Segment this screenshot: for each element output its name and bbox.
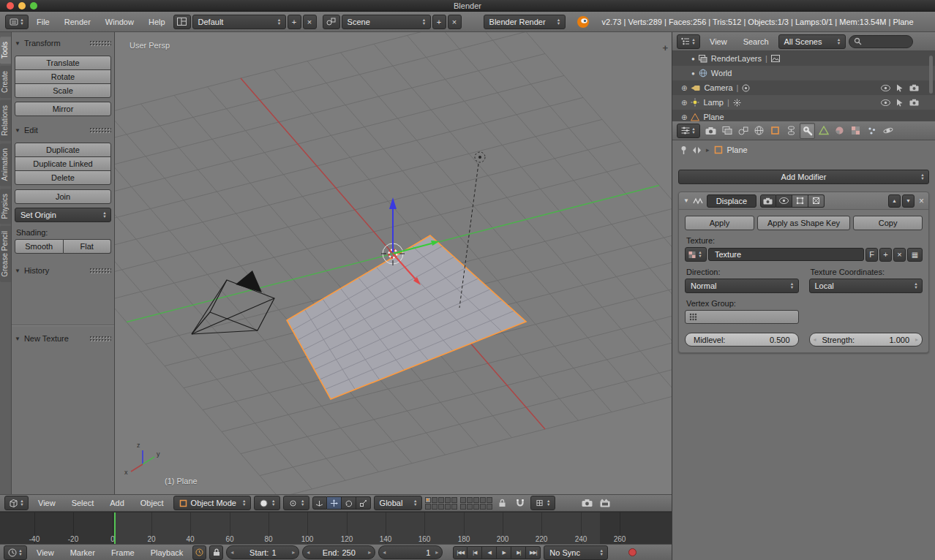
tab-material[interactable] (832, 123, 847, 139)
selectability-pointer-icon[interactable] (896, 99, 904, 107)
viewport-visibility-toggle[interactable] (776, 194, 792, 208)
add-modifier-menu[interactable]: Add Modifier (678, 170, 929, 184)
pivot-point-selector[interactable] (283, 496, 309, 510)
opengl-render-still-button[interactable] (580, 496, 595, 510)
visibility-eye-icon[interactable] (881, 99, 890, 106)
timeline[interactable]: -40 -20 0 20 40 60 80 100 120 140 160 18… (0, 512, 672, 544)
screen-layout-selector[interactable]: Default (192, 15, 286, 29)
increment-icon[interactable]: ▸ (915, 336, 918, 343)
layer-18[interactable] (473, 504, 479, 510)
layer-5[interactable] (451, 497, 457, 503)
duplicate-linked-button[interactable]: Duplicate Linked (15, 156, 111, 171)
unlink-texture-button[interactable]: × (893, 248, 906, 262)
editor-type-selector[interactable] (677, 34, 700, 49)
rotate-manipulator-toggle[interactable] (342, 496, 356, 510)
expand-icon[interactable]: ⊕ (681, 99, 687, 107)
layer-19[interactable] (480, 504, 486, 510)
pin-icon[interactable] (680, 145, 688, 155)
tab-world[interactable] (751, 123, 767, 139)
menu-file[interactable]: File (30, 15, 56, 29)
visibility-eye-icon[interactable] (881, 85, 890, 91)
viewport-shading-selector[interactable] (254, 496, 280, 510)
midlevel-slider[interactable]: Midlevel: 0.500 (685, 333, 799, 347)
snap-toggle[interactable] (513, 496, 527, 510)
tab-relations[interactable]: Relations (0, 100, 11, 141)
layer-17[interactable] (467, 504, 473, 510)
outliner-scrollbar[interactable] (929, 56, 933, 94)
increment-icon[interactable]: ▸ (368, 549, 371, 556)
render-engine-selector[interactable]: Blender Render (484, 15, 566, 29)
tab-constraints[interactable] (784, 123, 799, 139)
menu-view[interactable]: View (703, 34, 734, 49)
menu-render[interactable]: Render (58, 15, 97, 29)
editor-type-selector[interactable] (677, 124, 700, 138)
outliner-row-renderlayers[interactable]: ● RenderLayers | (672, 51, 935, 66)
layer-15[interactable] (451, 504, 457, 510)
editor-type-selector[interactable] (4, 496, 29, 510)
fake-user-button[interactable]: F (865, 248, 878, 262)
decrement-icon[interactable]: ◂ (383, 549, 386, 556)
use-preview-range-toggle[interactable] (192, 545, 206, 560)
layer-11[interactable] (425, 504, 431, 510)
new-texture-button[interactable]: + (879, 248, 892, 262)
breadcrumb-object-name[interactable]: Plane (727, 145, 748, 154)
tab-particles[interactable] (864, 123, 879, 139)
snap-element-selector[interactable] (530, 496, 555, 510)
jump-to-start-button[interactable]: |◀◀ (453, 546, 468, 559)
scene-selector[interactable]: Scene (342, 15, 431, 29)
tab-physics[interactable] (880, 123, 895, 139)
menu-view[interactable]: View (31, 496, 62, 510)
translate-manipulator-toggle[interactable] (327, 496, 342, 510)
smooth-button[interactable]: Smooth (15, 239, 64, 254)
previous-keyframe-button[interactable]: |◀ (468, 546, 482, 559)
layer-2[interactable] (432, 497, 438, 503)
texture-coordinates-menu[interactable]: Local (809, 279, 923, 293)
outliner-display-selector[interactable]: All Scenes (778, 34, 846, 49)
mode-selector[interactable]: Object Mode (173, 496, 251, 510)
current-frame-playhead[interactable] (114, 512, 116, 544)
viewport-canvas[interactable] (115, 32, 672, 494)
navigate-arrows-icon[interactable] (692, 146, 702, 154)
region-expand-icon[interactable]: + (662, 42, 668, 53)
show-texture-tab-button[interactable]: ▦ (907, 248, 923, 262)
renderability-camera-icon[interactable] (909, 84, 919, 91)
outliner-row-plane[interactable]: ⊕ Plane (672, 110, 935, 121)
close-scene-button[interactable]: × (448, 15, 462, 29)
menu-playback[interactable]: Playback (144, 545, 190, 560)
expand-icon[interactable]: ⊕ (681, 113, 687, 121)
sync-mode-selector[interactable]: No Sync (544, 545, 608, 560)
expand-icon[interactable]: ⊕ (681, 84, 687, 92)
menu-window[interactable]: Window (99, 15, 140, 29)
panel-header-edit[interactable]: ▼ Edit (15, 124, 111, 137)
set-origin-menu[interactable]: Set Origin (15, 208, 111, 222)
texture-name-field[interactable]: Texture (708, 248, 864, 261)
duplicate-button[interactable]: Duplicate (15, 143, 111, 157)
apply-button[interactable]: Apply (685, 216, 754, 230)
layer-7[interactable] (467, 497, 473, 503)
jump-to-end-button[interactable]: ▶▶| (526, 546, 541, 559)
close-layout-button[interactable]: × (303, 15, 317, 29)
layer-16[interactable] (460, 504, 466, 510)
next-keyframe-button[interactable]: ▶| (511, 546, 526, 559)
layer-8[interactable] (473, 497, 479, 503)
outliner-row-camera[interactable]: ⊕ Camera | (672, 80, 935, 95)
close-window-icon[interactable] (7, 2, 14, 10)
scale-button[interactable]: Scale (15, 83, 111, 98)
orientation-selector[interactable]: Global (374, 496, 422, 510)
play-reverse-button[interactable]: ◀ (482, 546, 497, 559)
layer-3[interactable] (438, 497, 444, 503)
tab-object-data[interactable] (816, 123, 831, 139)
mirror-button[interactable]: Mirror (15, 102, 111, 116)
tab-grease-pencil[interactable]: Grease Pencil (0, 226, 11, 282)
tab-physics[interactable]: Physics (0, 189, 11, 224)
menu-select[interactable]: Select (65, 496, 101, 510)
texture-browse-menu[interactable] (685, 247, 707, 262)
renderability-camera-icon[interactable] (909, 99, 919, 106)
add-scene-button[interactable]: + (432, 15, 446, 29)
decrement-icon[interactable]: ◂ (307, 549, 309, 556)
layer-1[interactable] (425, 497, 431, 503)
menu-object[interactable]: Object (134, 496, 170, 510)
panel-header-transform[interactable]: ▼ Transform (15, 37, 111, 50)
layer-10[interactable] (487, 497, 492, 503)
editmode-visibility-toggle[interactable] (792, 194, 808, 208)
